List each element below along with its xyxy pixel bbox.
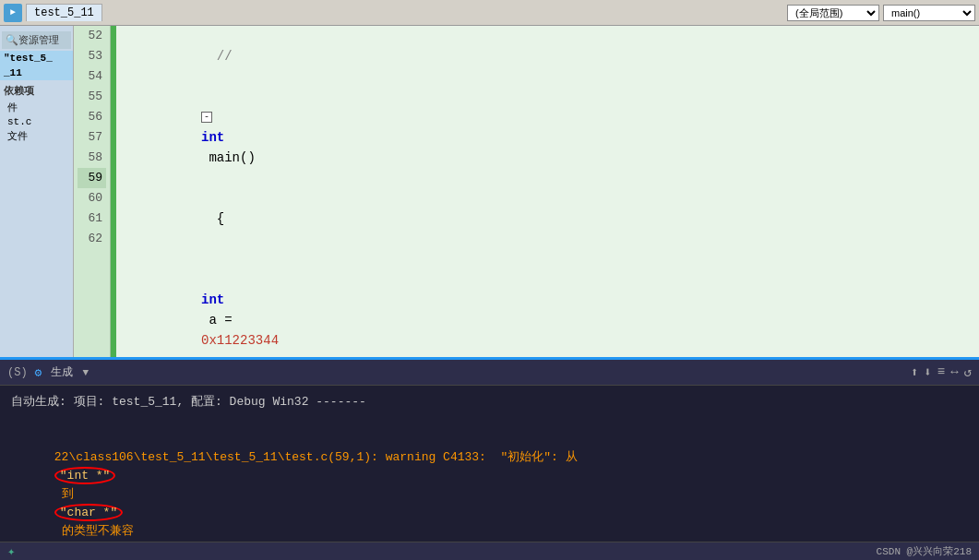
tab-bar: test_5_11	[26, 4, 783, 21]
line-num-61: 61	[78, 209, 106, 229]
line-numbers: 52 53 54 55 56 57 58 59 60 61 62	[74, 26, 111, 357]
warning-to: 到	[54, 487, 81, 501]
toolbar-icon-3[interactable]: ≡	[937, 364, 945, 380]
line-num-52: 52	[78, 26, 106, 46]
line-num-55: 55	[78, 87, 106, 107]
function-select[interactable]: main()	[883, 5, 975, 21]
output-line-1: 自动生成: 项目: test_5_11, 配置: Debug Win32 ---…	[11, 393, 968, 411]
main-content: 🔍 资源管理 "test_5_ _11 依赖项 件 st.c 文件 52 53 …	[0, 26, 979, 357]
line-num-54: 54	[78, 66, 106, 87]
code-line-54: {	[124, 188, 972, 249]
keyword-int-53: int	[201, 130, 224, 145]
code-text-54: {	[201, 211, 224, 226]
status-text: CSDN @兴兴向荣218	[877, 544, 972, 558]
bottom-toolbar-icons: ⬆ ⬇ ≡ ↔ ↺	[911, 364, 972, 380]
code-semi-55: ;	[201, 353, 209, 357]
code-line-52: //	[124, 26, 972, 87]
bottom-panel: (S) ⚙ 生成 ▼ ⬆ ⬇ ≡ ↔ ↺ 自动生成: 项目: test_5_11…	[0, 357, 979, 560]
warning-suffix: 的类型不兼容	[54, 524, 134, 538]
code-line-53: - int main()	[124, 87, 972, 188]
file-tab[interactable]: test_5_11	[26, 4, 102, 21]
line-num-56: 56	[78, 107, 106, 127]
code-lines[interactable]: // - int main() { int a =	[116, 26, 979, 357]
warning-prefix: 22\class106\test_5_11\test_5_11\test.c(5…	[54, 450, 585, 464]
app-icon: ►	[4, 4, 22, 22]
line-num-62: 62	[78, 229, 106, 249]
number-55: 0x11223344	[201, 333, 279, 348]
search-icon: 🔍	[6, 34, 18, 46]
bottom-toolbar: (S) ⚙ 生成 ▼ ⬆ ⬇ ≡ ↔ ↺	[0, 360, 979, 386]
line-num-57: 57	[78, 127, 106, 148]
collapse-53[interactable]: -	[201, 112, 212, 123]
sidebar-section-deps: 依赖项	[0, 80, 73, 100]
sidebar-search[interactable]: 🔍 资源管理	[2, 31, 71, 49]
scope-dropdowns: (全局范围) main()	[787, 5, 975, 21]
line-num-53: 53	[78, 46, 106, 66]
toolbar-icon-5[interactable]: ↺	[964, 364, 972, 380]
line-num-58: 58	[78, 148, 106, 168]
toolbar-icon-4[interactable]: ↔	[950, 364, 958, 380]
sidebar-item-2[interactable]: _11	[0, 66, 73, 80]
top-toolbar: ► test_5_11 (全局范围) main()	[0, 0, 979, 26]
line-num-60: 60	[78, 188, 106, 209]
sidebar-file-2[interactable]: 文件	[0, 128, 73, 144]
output-area: 自动生成: 项目: test_5_11, 配置: Debug Win32 ---…	[0, 386, 979, 542]
comment-52: //	[201, 49, 233, 64]
output-line-warning: 22\class106\test_5_11\test_5_11\test.c(5…	[11, 430, 968, 542]
bottom-dropdown-arrow: ▼	[82, 367, 89, 378]
sidebar-file-1[interactable]: st.c	[0, 115, 73, 128]
sidebar-item-1[interactable]: "test_5_	[0, 51, 73, 66]
code-text-53: main()	[201, 150, 256, 165]
toolbar-icon-2[interactable]: ⬇	[924, 364, 931, 380]
scope-select[interactable]: (全局范围)	[787, 5, 879, 21]
code-container: 52 53 54 55 56 57 58 59 60 61 62 //	[74, 26, 979, 357]
toolbar-icon-1[interactable]: ⬆	[911, 364, 918, 380]
code-editor: 52 53 54 55 56 57 58 59 60 61 62 //	[74, 26, 979, 357]
keyword-int-55: int	[201, 292, 224, 307]
sidebar: 🔍 资源管理 "test_5_ _11 依赖项 件 st.c 文件	[0, 26, 74, 357]
output-line-blank	[11, 411, 968, 430]
warning-circle-char: "char *"	[54, 504, 123, 521]
sidebar-section-item: 件	[0, 100, 73, 115]
line-num-59: 59	[78, 168, 106, 188]
scope-combo: (全局范围)	[787, 5, 879, 21]
sidebar-search-label: 资源管理	[18, 33, 59, 47]
code-indent-55	[201, 272, 247, 287]
warning-circle-int: "int *"	[54, 467, 116, 484]
status-bar: ✦ CSDN @兴兴向荣218	[0, 542, 979, 560]
bottom-tab-build[interactable]: 生成	[45, 363, 78, 382]
bottom-toolbar-icon-build: ⚙	[35, 365, 42, 380]
bottom-toolbar-label-s: (S)	[7, 366, 28, 379]
function-combo: main()	[883, 5, 975, 21]
code-line-55: int a = 0x11223344 ;	[124, 249, 972, 357]
code-text-55: a =	[201, 313, 240, 328]
status-plus-icon: ✦	[7, 543, 15, 559]
